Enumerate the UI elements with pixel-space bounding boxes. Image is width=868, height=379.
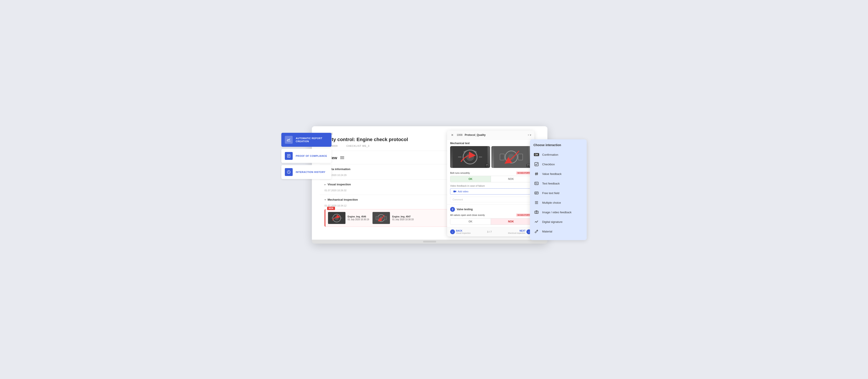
quality-panel: ✕ 1008 Protocol_Quality • ▾ Mechanical t…: [447, 131, 534, 236]
next-label-group: NEXT Electrical inspection: [508, 230, 525, 234]
comment-box[interactable]: Comment: [450, 197, 531, 202]
main-scene: AUTOMATIC REPORT CREATION PROOF OF COMPL…: [281, 126, 587, 253]
valve-ok-button[interactable]: OK: [451, 219, 491, 225]
section-visual-toggle[interactable]: ▸: [324, 183, 326, 186]
valve-nok-button[interactable]: NOK: [491, 219, 531, 225]
interaction-multiple-choice[interactable]: Multiple choice: [533, 198, 583, 208]
nok-img-date-1: 01 July 2020 10:30:19: [348, 218, 369, 221]
sidebar-item-proof-compliance[interactable]: PROOF OF COMPLIANCE: [281, 149, 332, 163]
video-label: Video feedback in case of failure: [450, 185, 531, 187]
next-label: NEXT: [508, 230, 525, 232]
nok-image-2: Engine_Img_4547 01 July 2020 10:30:33: [372, 212, 413, 224]
qp-images: [447, 146, 534, 170]
add-video-label: Add video: [458, 190, 468, 193]
svg-point-14: [379, 216, 383, 220]
laptop-window: REPORTS Quality control: Engine check pr…: [312, 126, 548, 244]
svg-rect-26: [518, 154, 523, 160]
interaction-digital-signature[interactable]: Digital signature: [533, 217, 583, 227]
multiple-choice-label: Multiple choice: [542, 201, 561, 204]
nok-img-name-2: Engine_Img_4547: [392, 216, 413, 218]
svg-rect-44: [535, 211, 538, 214]
interaction-panel: Choose interaction OK Confirmation Check…: [530, 139, 587, 240]
wrench-icon: [533, 228, 539, 234]
next-nav[interactable]: NEXT Electrical inspection ›: [508, 229, 531, 234]
digital-signature-label: Digital signature: [542, 220, 562, 223]
belt-row: Belt runs smoothly Mandatory: [447, 170, 534, 176]
svg-rect-20: [486, 164, 489, 167]
svg-line-32: [537, 172, 537, 175]
interaction-ok-confirmation[interactable]: OK Confirmation: [533, 150, 583, 159]
section-mechanical-name: Mechanical inspection: [328, 198, 358, 201]
svg-rect-25: [500, 154, 504, 160]
interaction-value-feedback[interactable]: Value feedback: [533, 169, 583, 179]
material-label: Material: [542, 230, 552, 233]
qp-image-1: [450, 146, 490, 168]
interaction-free-text[interactable]: Free text field: [533, 188, 583, 198]
sidebar-label-proof-compliance: PROOF OF COMPLIANCE: [296, 154, 327, 157]
back-label-group: BACK Visual inspection: [456, 230, 471, 234]
text-feedback-icon: [533, 180, 539, 186]
list-icon: [533, 199, 539, 206]
hash-icon: [533, 171, 539, 177]
back-nav[interactable]: ‹ BACK Visual inspection: [450, 229, 471, 234]
hamburger-icon[interactable]: [340, 156, 344, 160]
laptop-screen: REPORTS Quality control: Engine check pr…: [312, 126, 548, 240]
section-mechanical-header: ▾ Mechanical inspection: [324, 198, 358, 201]
back-label: BACK: [456, 230, 471, 232]
svg-rect-30: [535, 162, 538, 166]
qp-id: 1008: [457, 133, 463, 136]
interaction-material[interactable]: Material: [533, 227, 583, 236]
interaction-image-video[interactable]: Image / video feedback: [533, 208, 583, 217]
ok-button[interactable]: OK: [451, 176, 491, 182]
checkbox-label: Checkbox: [542, 163, 555, 166]
more-options-button[interactable]: • ▾: [528, 133, 531, 137]
valve-section: 2 Valve testing All valves open and clos…: [447, 204, 534, 227]
close-button[interactable]: ✕: [450, 133, 455, 137]
ok-icon: OK: [533, 152, 539, 158]
value-feedback-label: Value feedback: [542, 172, 562, 176]
valve-ok-nok-buttons: OK NOK: [450, 218, 531, 225]
clipboard-icon: [285, 152, 293, 160]
interaction-text-feedback[interactable]: Text feedback: [533, 179, 583, 188]
nav-row: ‹ BACK Visual inspection 3 / 7 NEXT Elec…: [447, 227, 534, 236]
nok-image-1: Engine_Img_4546 01 July 2020 10:30:19: [328, 212, 369, 224]
mandatory-badge: Mandatory: [516, 171, 531, 175]
sidebar-label-automatic-report: AUTOMATIC REPORT CREATION: [296, 137, 328, 143]
section-visual-name: Visual inspection: [328, 183, 351, 186]
interaction-checkbox[interactable]: Checkbox: [533, 159, 583, 169]
nok-button[interactable]: NOK: [491, 176, 531, 182]
qp-section-title: Mechanical test: [447, 139, 534, 146]
nok-thumb-2: [372, 212, 390, 224]
signature-icon: [533, 219, 539, 225]
back-button[interactable]: ‹: [450, 229, 455, 234]
laptop-notch: [423, 241, 436, 243]
sidebar-item-automatic-report[interactable]: AUTOMATIC REPORT CREATION: [281, 133, 332, 147]
camera-icon: [533, 209, 539, 215]
qp-protocol-name: Protocol_Quality: [465, 133, 486, 136]
valve-number: 2: [450, 207, 455, 212]
chart-icon: [285, 136, 293, 144]
valve-label: All valves open and close evenly: [450, 214, 485, 216]
svg-rect-35: [535, 182, 538, 185]
ok-confirmation-label: Confirmation: [542, 153, 558, 156]
svg-line-31: [536, 172, 536, 175]
sidebar-item-interaction-history[interactable]: INTERACTION HISTORY: [281, 165, 332, 179]
laptop-bottom: [312, 240, 548, 244]
nok-img-date-2: 01 July 2020 10:30:33: [392, 218, 413, 221]
interaction-panel-title: Choose interaction: [533, 143, 583, 147]
next-sub: Electrical inspection: [508, 232, 525, 234]
nav-progress: 3 / 7: [487, 230, 492, 233]
nok-img-name-1: Engine_Img_4546: [348, 216, 369, 218]
add-video-button[interactable]: Add video: [450, 188, 531, 194]
svg-rect-15: [376, 216, 378, 220]
free-text-icon: [533, 190, 539, 196]
section-mechanical-toggle[interactable]: ▾: [324, 198, 326, 201]
checklist-id: CHECKLIST WE_3: [346, 145, 369, 147]
nok-label: NOK: [327, 207, 335, 210]
valve-label-row: All valves open and close evenly Mandato…: [450, 214, 531, 217]
image-expand-icon[interactable]: [485, 164, 489, 167]
belt-label: Belt runs smoothly: [450, 171, 470, 174]
svg-rect-27: [527, 164, 530, 167]
video-section: Video feedback in case of failure Add vi…: [447, 185, 534, 197]
image-video-label: Image / video feedback: [542, 211, 571, 214]
